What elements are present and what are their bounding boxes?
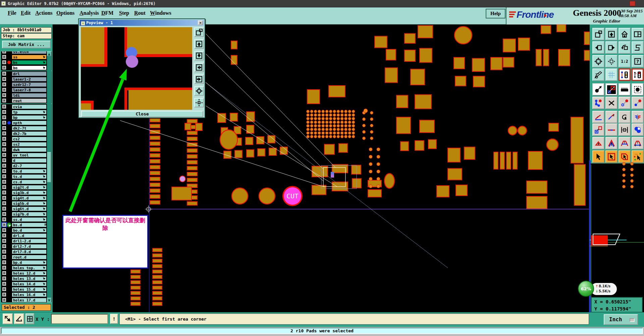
layer-checkbox[interactable] bbox=[2, 175, 6, 178]
layer-name[interactable]: sig5b.d bbox=[12, 201, 47, 206]
layer-name[interactable]: to.d bbox=[12, 169, 47, 174]
popview-shift-left-button[interactable] bbox=[194, 63, 204, 72]
layer-name[interactable]: bo.d bbox=[12, 228, 47, 233]
layer-row-dk2-7b[interactable]: dk2-7b bbox=[1, 131, 52, 136]
percent-badge[interactable]: 62% bbox=[578, 281, 594, 297]
layer-name[interactable]: holes_17.d bbox=[12, 298, 47, 302]
layer-checkbox[interactable] bbox=[2, 126, 6, 130]
layer-row-to.d[interactable]: to.d bbox=[1, 169, 52, 174]
alert-button[interactable]: ! bbox=[110, 314, 118, 324]
layer-row-holes_17.d[interactable]: holes_17.d bbox=[1, 297, 52, 303]
layer-name[interactable]: sig4t.d bbox=[12, 196, 47, 200]
scroll-down-icon[interactable]: ▼ bbox=[47, 298, 51, 302]
layer-name[interactable]: bo bbox=[12, 65, 47, 70]
layer-name[interactable]: cs.d bbox=[12, 180, 47, 184]
layer-checkbox[interactable] bbox=[2, 55, 6, 59]
popview-shift-down-button[interactable] bbox=[194, 51, 204, 60]
layer-name[interactable]: drl2-7.d bbox=[12, 244, 47, 249]
layer-name[interactable]: holes_12.d bbox=[12, 271, 47, 276]
layer-row-rout[interactable]: rout bbox=[1, 98, 52, 103]
popview-canvas[interactable] bbox=[81, 27, 192, 110]
layer-name[interactable]: sig7b.d bbox=[12, 212, 47, 217]
layer-checkbox[interactable] bbox=[2, 99, 6, 102]
layer-row-ss[interactable]: ss bbox=[1, 54, 52, 60]
layer-name[interactable]: rout bbox=[12, 98, 47, 103]
layer-row-bs[interactable]: bs bbox=[1, 60, 52, 65]
layer-checkbox[interactable] bbox=[2, 60, 6, 64]
layer-row-uv_tool[interactable]: uv_tool bbox=[1, 152, 52, 158]
layer-name[interactable]: ss bbox=[12, 55, 47, 59]
layer-row-drl1-2.d[interactable]: drl1-2.d bbox=[1, 238, 52, 244]
popview-zoom-previous-button[interactable] bbox=[194, 28, 204, 37]
layer-row-laser1-2[interactable]: laser1-2 bbox=[1, 77, 52, 82]
layer-row-holes_16.d[interactable]: holes_16.d bbox=[1, 292, 52, 297]
layer-row-bo[interactable]: bo bbox=[1, 65, 52, 70]
title-bar[interactable]: × Graphic Editor 9.07b2 (00@HY-HYCAM-PC0… bbox=[0, 0, 644, 7]
popview-shift-right-button[interactable] bbox=[194, 75, 204, 84]
layer-row-ss2[interactable]: ss2 bbox=[1, 142, 52, 147]
area-zoom-button[interactable] bbox=[3, 314, 13, 324]
layer-checkbox[interactable] bbox=[2, 72, 6, 76]
scrollbar-thumb[interactable] bbox=[47, 152, 51, 182]
layer-name[interactable]: uv_tool bbox=[12, 153, 47, 157]
layer-row-bp[interactable]: bp bbox=[1, 115, 52, 120]
layer-row-cs2[interactable]: cs2 bbox=[1, 136, 52, 142]
layer-checkbox[interactable] bbox=[2, 287, 6, 291]
menu-help[interactable]: Help bbox=[486, 9, 505, 18]
layer-row-holes_12.d[interactable]: holes_12.d bbox=[1, 271, 52, 276]
layer-row-holes_14.d[interactable]: holes_14.d bbox=[1, 281, 52, 287]
menu-actions[interactable]: Actions bbox=[35, 10, 53, 16]
layer-name[interactable]: bp bbox=[12, 115, 47, 120]
layer-row-bp.d[interactable]: bp.d bbox=[1, 260, 52, 265]
layer-name[interactable]: ss.d bbox=[12, 217, 47, 222]
close-window-button[interactable] bbox=[630, 1, 635, 6]
layer-checkbox[interactable] bbox=[2, 282, 6, 286]
popview-fit-view-button[interactable] bbox=[194, 98, 204, 107]
layer-row-cvia[interactable]: cvia bbox=[1, 104, 52, 109]
layer-row-drl.d[interactable]: drl.d bbox=[1, 233, 52, 238]
layer-checkbox[interactable] bbox=[2, 169, 6, 173]
layer-checkbox[interactable] bbox=[2, 218, 6, 221]
layer-row-drl[interactable]: drl bbox=[1, 71, 52, 77]
layer-name[interactable]: dk2-7t bbox=[12, 126, 47, 131]
layer-row-sig3b.d[interactable]: sig3b.d bbox=[1, 190, 52, 195]
layer-name[interactable]: cs2 bbox=[12, 137, 47, 141]
layer-name[interactable]: drl7-8.d bbox=[12, 249, 47, 254]
layer-checkbox[interactable] bbox=[2, 185, 6, 189]
layer-row-rout.d[interactable]: rout.d bbox=[1, 254, 52, 260]
layer-name[interactable]: dk2-7b bbox=[12, 131, 47, 136]
layer-row-holes_13.d[interactable]: holes_13.d bbox=[1, 276, 52, 281]
layer-row-szdr12-7[interactable]: szdr12-7 bbox=[1, 82, 52, 87]
layer-checkbox[interactable] bbox=[2, 66, 6, 69]
layer-checkbox[interactable] bbox=[2, 207, 6, 210]
layer-row-drl2-7.d[interactable]: drl2-7.d bbox=[1, 244, 52, 249]
layer-name[interactable]: sig3b.d bbox=[12, 190, 47, 195]
layer-name[interactable]: ldi bbox=[12, 93, 47, 98]
layer-name[interactable]: tp bbox=[12, 110, 47, 114]
layer-checkbox[interactable] bbox=[2, 153, 6, 157]
layer-name[interactable]: d2-7 bbox=[12, 163, 47, 168]
layer-name[interactable]: dwk bbox=[12, 147, 47, 152]
layer-name[interactable]: drl.d bbox=[12, 233, 47, 238]
layer-row-tp[interactable]: tp bbox=[1, 109, 52, 115]
layer-row-sig5b.d[interactable]: sig5b.d bbox=[1, 201, 52, 206]
layer-row-sig6t.d[interactable]: sig6t.d bbox=[1, 206, 52, 211]
layer-row-drl7-8.d[interactable]: drl7-8.d bbox=[1, 249, 52, 254]
layer-row-sig7b.d[interactable]: sig7b.d bbox=[1, 211, 52, 217]
layer-row-bo.d[interactable]: bo.d bbox=[1, 228, 52, 233]
layer-row-npth[interactable]: npth bbox=[1, 120, 52, 126]
layer-name[interactable]: holes_15.d bbox=[12, 287, 47, 292]
layer-row-ts.d[interactable]: ts.d bbox=[1, 174, 52, 179]
layer-name[interactable]: holes_top. bbox=[12, 266, 47, 270]
layer-checkbox[interactable] bbox=[2, 244, 6, 248]
tile-button[interactable] bbox=[25, 314, 34, 324]
popview-close-button[interactable]: Close bbox=[81, 111, 203, 117]
layer-checkbox[interactable] bbox=[2, 158, 6, 162]
layer-checkbox[interactable] bbox=[2, 148, 6, 151]
menu-edit[interactable]: Edit bbox=[21, 10, 31, 16]
layer-name[interactable]: bs.d⊞ bbox=[12, 223, 47, 227]
layer-checkbox[interactable] bbox=[2, 110, 6, 114]
layer-row-sig4t.d[interactable]: sig4t.d bbox=[1, 195, 52, 201]
layer-checkbox[interactable] bbox=[2, 228, 6, 232]
menu-windows[interactable]: Windows bbox=[150, 10, 171, 16]
